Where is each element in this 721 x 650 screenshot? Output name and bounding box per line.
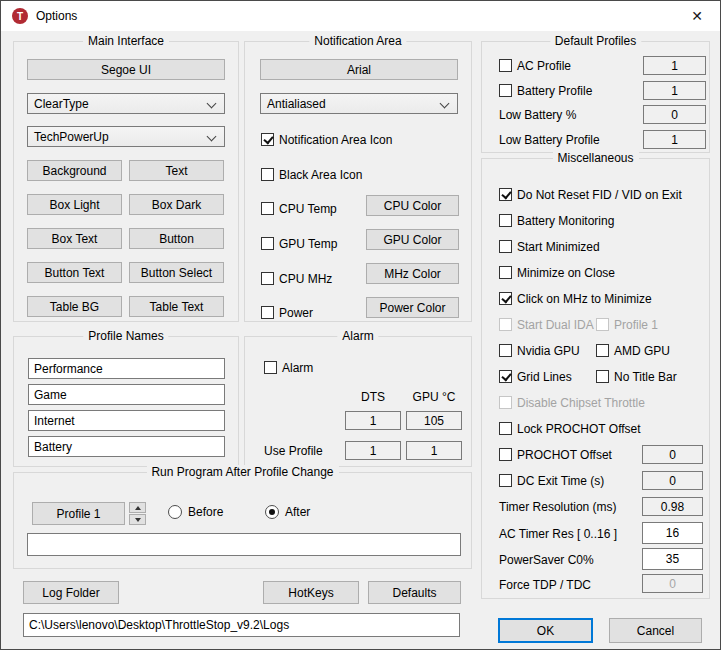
prochot-offset-field[interactable]: 0 xyxy=(642,445,703,464)
log-path-field[interactable] xyxy=(23,613,460,637)
alarm-dts-threshold-field[interactable]: 1 xyxy=(345,411,401,430)
low-battery-profile-field[interactable]: 1 xyxy=(643,130,706,149)
main-font-button[interactable]: Segoe UI xyxy=(27,59,225,80)
checkbox-black-area-icon[interactable]: Black Area Icon xyxy=(261,167,362,182)
gpu-color-button[interactable]: GPU Color xyxy=(366,229,459,250)
text-color-button[interactable]: Text xyxy=(129,160,224,181)
chevron-down-icon xyxy=(207,99,217,109)
alarm-header-gpu-c: GPU °C xyxy=(406,389,462,404)
checkbox-start-minimized[interactable]: Start Minimized xyxy=(499,239,600,254)
checkbox-battery-profile[interactable]: Battery Profile xyxy=(499,83,592,98)
button-select-color-button[interactable]: Button Select xyxy=(129,262,224,283)
power-color-button[interactable]: Power Color xyxy=(366,297,459,318)
checkbox-prochot-offset[interactable]: PROCHOT Offset xyxy=(499,447,612,462)
defaults-button[interactable]: Defaults xyxy=(368,581,461,604)
cancel-button[interactable]: Cancel xyxy=(609,618,702,643)
spinner-down-button[interactable] xyxy=(129,514,146,525)
checkbox-label: DC Exit Time (s) xyxy=(517,474,604,488)
triangle-up-icon xyxy=(135,506,141,510)
checkbox-label: Grid Lines xyxy=(517,370,572,384)
checkbox-alarm[interactable]: Alarm xyxy=(264,360,313,375)
alarm-header-dts: DTS xyxy=(345,389,401,404)
checkbox-cpu-temp[interactable]: CPU Temp xyxy=(261,201,337,216)
checkbox-label: AC Profile xyxy=(517,59,571,73)
dc-exit-time-field[interactable]: 0 xyxy=(642,471,703,490)
profile-name-input-3[interactable] xyxy=(28,410,225,431)
table-bg-color-button[interactable]: Table BG xyxy=(27,296,122,317)
log-folder-button[interactable]: Log Folder xyxy=(23,581,119,604)
checkbox-click-mhz-minimize[interactable]: Click on MHz to Minimize xyxy=(499,291,652,306)
radio-after[interactable]: After xyxy=(265,505,310,519)
spinner-up-button[interactable] xyxy=(129,502,146,513)
low-battery-percent-label: Low Battery % xyxy=(499,107,576,122)
checkbox-box xyxy=(499,240,512,253)
checkbox-gpu-temp[interactable]: GPU Temp xyxy=(261,236,337,251)
checkbox-power[interactable]: Power xyxy=(261,305,313,320)
cpu-color-button[interactable]: CPU Color xyxy=(366,195,459,216)
checkbox-label: Alarm xyxy=(282,361,313,375)
checkbox-do-not-reset-fid-vid[interactable]: Do Not Reset FID / VID on Exit xyxy=(499,187,682,202)
profile-name-input-2[interactable] xyxy=(28,384,225,405)
checkbox-box xyxy=(499,396,512,409)
battery-profile-field[interactable]: 1 xyxy=(643,81,706,100)
box-text-color-button[interactable]: Box Text xyxy=(27,228,122,249)
profile-name-input-1[interactable] xyxy=(28,358,225,379)
checkbox-label: No Title Bar xyxy=(614,370,677,384)
button-text-color-button[interactable]: Button Text xyxy=(27,262,122,283)
chevron-down-icon xyxy=(440,99,450,109)
radio-before[interactable]: Before xyxy=(168,505,223,519)
alarm-dts-profile-field[interactable]: 1 xyxy=(345,441,401,460)
checkbox-ac-profile[interactable]: AC Profile xyxy=(499,58,571,73)
powersaver-c0-field[interactable]: 35 xyxy=(642,548,703,570)
alarm-gpu-threshold-field[interactable]: 105 xyxy=(406,411,462,430)
checkbox-disable-chipset-throttle[interactable]: Disable Chipset Throttle xyxy=(499,395,645,410)
checkbox-box xyxy=(261,168,274,181)
checkbox-box xyxy=(499,266,512,279)
low-battery-percent-field[interactable]: 0 xyxy=(643,105,706,124)
checkbox-start-dual-ida[interactable]: Start Dual IDA xyxy=(499,317,594,332)
group-title-miscellaneous: Miscellaneous xyxy=(552,151,638,165)
checkbox-minimize-on-close[interactable]: Minimize on Close xyxy=(499,265,615,280)
checkbox-box xyxy=(261,237,274,250)
ac-timer-res-field[interactable]: 16 xyxy=(642,522,703,544)
hotkeys-button[interactable]: HotKeys xyxy=(263,581,359,604)
font-rendering-value: Antialiased xyxy=(267,97,326,111)
group-miscellaneous: Miscellaneous Do Not Reset FID / VID on … xyxy=(481,158,710,599)
checkbox-box xyxy=(499,448,512,461)
ok-button[interactable]: OK xyxy=(498,618,593,643)
checkbox-cpu-mhz[interactable]: CPU MHz xyxy=(261,271,332,286)
background-color-button[interactable]: Background xyxy=(27,160,122,181)
table-text-color-button[interactable]: Table Text xyxy=(129,296,224,317)
profile-name-input-4[interactable] xyxy=(28,436,225,457)
checkbox-dc-exit-time[interactable]: DC Exit Time (s) xyxy=(499,473,604,488)
box-dark-color-button[interactable]: Box Dark xyxy=(129,194,224,215)
font-smoothing-dropdown[interactable]: ClearType xyxy=(27,93,225,114)
notification-font-button[interactable]: Arial xyxy=(260,59,458,80)
checkbox-amd-gpu[interactable]: AMD GPU xyxy=(596,343,670,358)
checkbox-box xyxy=(499,370,512,383)
checkbox-nvidia-gpu[interactable]: Nvidia GPU xyxy=(499,343,580,358)
checkbox-box xyxy=(499,292,512,305)
ac-profile-field[interactable]: 1 xyxy=(643,56,706,75)
checkbox-profile-1[interactable]: Profile 1 xyxy=(596,317,658,332)
alarm-gpu-profile-field[interactable]: 1 xyxy=(406,441,462,460)
timer-resolution-field: 0.98 xyxy=(642,497,703,516)
close-icon[interactable]: ✕ xyxy=(674,1,720,31)
run-program-profile-button[interactable]: Profile 1 xyxy=(32,502,125,525)
font-rendering-dropdown[interactable]: Antialiased xyxy=(260,93,458,114)
box-light-color-button[interactable]: Box Light xyxy=(27,194,122,215)
theme-dropdown[interactable]: TechPowerUp xyxy=(27,126,225,147)
run-program-command-input[interactable] xyxy=(27,533,461,556)
button-color-button[interactable]: Button xyxy=(129,228,224,249)
checkbox-label: Notification Area Icon xyxy=(279,133,392,147)
checkbox-label: Nvidia GPU xyxy=(517,344,580,358)
mhz-color-button[interactable]: MHz Color xyxy=(366,263,459,284)
checkbox-battery-monitoring[interactable]: Battery Monitoring xyxy=(499,213,614,228)
checkbox-notification-area-icon[interactable]: Notification Area Icon xyxy=(261,132,392,147)
throttlestop-app-icon: T xyxy=(12,8,28,24)
checkbox-label: Disable Chipset Throttle xyxy=(517,396,645,410)
checkbox-grid-lines[interactable]: Grid Lines xyxy=(499,369,572,384)
group-title-alarm: Alarm xyxy=(337,329,378,343)
checkbox-no-title-bar[interactable]: No Title Bar xyxy=(596,369,677,384)
checkbox-lock-prochot-offset[interactable]: Lock PROCHOT Offset xyxy=(499,421,641,436)
